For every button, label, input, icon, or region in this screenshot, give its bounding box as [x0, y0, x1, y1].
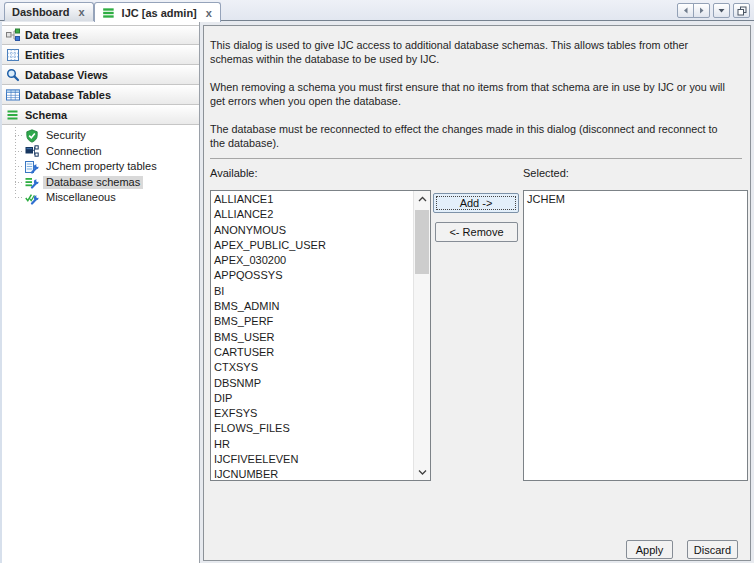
list-item[interactable]: ALLIANCE2	[214, 207, 413, 222]
discard-button[interactable]: Discard	[687, 540, 738, 559]
schema-icon	[6, 108, 20, 122]
list-item[interactable]: DIP	[214, 391, 413, 406]
list-item[interactable]: BMS_ADMIN	[214, 299, 413, 314]
list-item[interactable]: APEX_030200	[214, 253, 413, 268]
available-label: Available:	[210, 167, 258, 179]
available-schemas-items: ALLIANCE1ALLIANCE2ANONYMOUSAPEX_PUBLIC_U…	[211, 191, 413, 480]
separator-line	[210, 158, 742, 159]
available-schemas-list[interactable]: ALLIANCE1ALLIANCE2ANONYMOUSAPEX_PUBLIC_U…	[210, 190, 431, 481]
miscellaneous-icon	[25, 191, 39, 205]
sidebar-item-entities[interactable]: Entities	[2, 45, 199, 65]
database-schemas-panel: This dialog is used to give IJC access t…	[203, 25, 751, 561]
scroll-tabs-left-button[interactable]	[677, 3, 694, 18]
database-tables-icon	[6, 88, 20, 102]
scroll-up-icon	[417, 195, 428, 203]
tree-item-database-schemas[interactable]: Database schemas	[2, 175, 199, 191]
remove-button[interactable]: <- Remove	[435, 222, 518, 242]
description-paragraph: This dialog is used to give IJC access t…	[210, 39, 752, 66]
list-item[interactable]: HR	[214, 437, 413, 452]
sidebar-item-label: Data trees	[25, 29, 78, 41]
sidebar-item-label: Database Views	[25, 69, 108, 81]
tab-ijc-as-admin[interactable]: IJC [as admin] x	[94, 2, 221, 22]
tree-item-label: Miscellaneous	[43, 191, 119, 204]
ijc-admin-window: Dashboard x IJC [as admin] x	[0, 0, 754, 563]
list-item[interactable]: APEX_PUBLIC_USER	[214, 238, 413, 253]
list-item[interactable]: APPQOSSYS	[214, 268, 413, 283]
apply-button[interactable]: Apply	[626, 540, 673, 559]
admin-sidebar: Data trees Entities Database Views Datab…	[0, 22, 200, 563]
chevron-right-icon	[696, 5, 707, 16]
vertical-scrollbar[interactable]	[413, 191, 430, 480]
description-paragraph: When removing a schema you must first en…	[210, 81, 752, 108]
list-item[interactable]: BI	[214, 284, 413, 299]
schema-tree: Security Connection	[2, 125, 199, 206]
sidebar-item-label: Database Tables	[25, 89, 111, 101]
list-item[interactable]: IJCNUMBER	[214, 467, 413, 480]
sidebar-item-label: Schema	[25, 109, 67, 121]
tab-bar: Dashboard x IJC [as admin] x	[0, 0, 754, 21]
tree-item-label: JChem property tables	[43, 160, 160, 173]
scroll-tabs-right-button[interactable]	[693, 3, 710, 18]
maximize-icon	[736, 5, 748, 17]
sidebar-item-database-tables[interactable]: Database Tables	[2, 85, 199, 105]
tree-item-label: Security	[43, 129, 89, 142]
scroll-up-button[interactable]	[414, 191, 430, 207]
tree-item-label: Connection	[43, 145, 105, 158]
tree-item-jchem-property-tables[interactable]: JChem property tables	[2, 159, 199, 175]
list-item[interactable]: IJCFIVEELEVEN	[214, 452, 413, 467]
maximize-window-button[interactable]	[733, 3, 750, 18]
scroll-down-icon	[417, 468, 428, 476]
list-item[interactable]: BMS_PERF	[214, 314, 413, 329]
property-tables-icon	[25, 160, 39, 174]
list-item[interactable]: ANONYMOUS	[214, 223, 413, 238]
close-icon[interactable]: x	[205, 8, 213, 18]
tree-item-label: Database schemas	[43, 176, 143, 189]
sidebar-item-label: Entities	[25, 49, 65, 61]
tab-controls	[677, 3, 750, 18]
list-item[interactable]: EXFSYS	[214, 406, 413, 421]
selected-schemas-items: JCHEM	[524, 191, 747, 480]
selected-schemas-list[interactable]: JCHEM	[523, 190, 748, 481]
tree-item-connection[interactable]: Connection	[2, 144, 199, 160]
database-schemas-icon	[25, 175, 39, 189]
list-item[interactable]: FLOWS_FILES	[214, 421, 413, 436]
list-item[interactable]: CTXSYS	[214, 360, 413, 375]
security-shield-icon	[25, 129, 39, 143]
list-item[interactable]: BMS_USER	[214, 330, 413, 345]
sidebar-item-data-trees[interactable]: Data trees	[2, 25, 199, 45]
list-item[interactable]: CARTUSER	[214, 345, 413, 360]
tab-dashboard[interactable]: Dashboard x	[4, 2, 94, 21]
chevron-down-icon	[716, 5, 727, 16]
database-views-icon	[6, 68, 20, 82]
chevron-left-icon	[680, 5, 691, 16]
close-icon[interactable]: x	[77, 7, 85, 17]
description-paragraph: The database must be reconnected to effe…	[210, 123, 752, 150]
entities-icon	[6, 48, 20, 62]
tab-ijc-label: IJC [as admin]	[122, 7, 197, 19]
tab-dashboard-label: Dashboard	[12, 6, 69, 18]
connection-icon	[25, 144, 39, 158]
sidebar-item-database-views[interactable]: Database Views	[2, 65, 199, 85]
list-item[interactable]: DBSNMP	[214, 376, 413, 391]
dialog-description: This dialog is used to give IJC access t…	[210, 39, 752, 165]
tab-list-dropdown-button[interactable]	[713, 3, 730, 18]
scrollbar-track[interactable]	[414, 207, 430, 464]
tree-item-miscellaneous[interactable]: Miscellaneous	[2, 190, 199, 206]
add-button[interactable]: Add ->	[433, 193, 519, 213]
scrollbar-thumb[interactable]	[415, 210, 429, 274]
selected-label: Selected:	[523, 167, 569, 179]
list-item[interactable]: JCHEM	[527, 192, 747, 207]
list-item[interactable]: ALLIANCE1	[214, 192, 413, 207]
schema-green-bars-icon	[102, 6, 116, 20]
sidebar-item-schema[interactable]: Schema	[2, 105, 199, 125]
data-trees-icon	[6, 28, 20, 42]
scroll-down-button[interactable]	[414, 464, 430, 480]
tree-item-security[interactable]: Security	[2, 128, 199, 144]
